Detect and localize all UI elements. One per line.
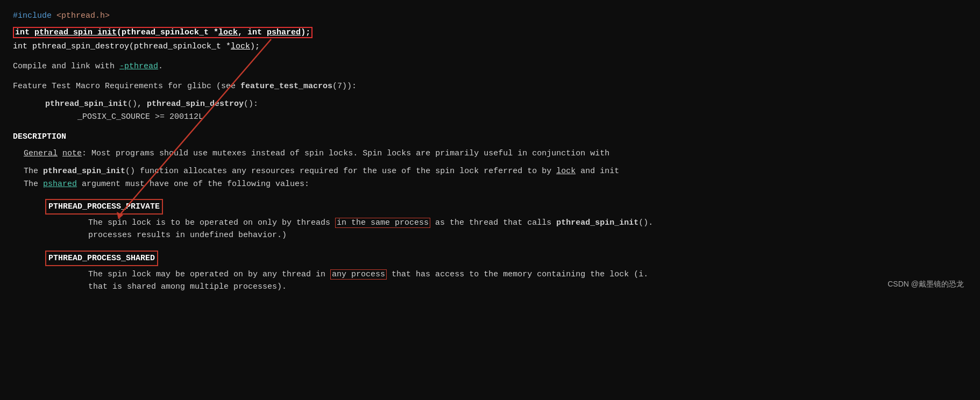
general-note-text: General note: Most programs should use m… xyxy=(24,149,609,158)
pshared-desc-line: The pshared argument must have one of th… xyxy=(13,178,967,190)
init-desc-text: The pthread_spin_init() function allocat… xyxy=(24,167,619,176)
fn-init-line: int pthread_spin_init(pthread_spinlock_t… xyxy=(13,26,967,39)
pshared-desc-text: The pshared argument must have one of th… xyxy=(24,180,309,189)
fn-names-line: pthread_spin_init(), pthread_spin_destro… xyxy=(13,98,967,110)
watermark: CSDN @戴墨镜的恐龙 xyxy=(887,278,964,290)
shared-desc1-text: The spin lock may be operated on by any … xyxy=(88,269,648,280)
private-desc2-text: processes results in undefined behavior.… xyxy=(88,231,287,240)
posix-source-text: _POSIX_C_SOURCE >= 200112L xyxy=(77,112,203,122)
fn-init-box: int pthread_spin_init(pthread_spinlock_t… xyxy=(13,27,313,38)
function-signatures: int pthread_spin_init(pthread_spinlock_t… xyxy=(13,26,967,53)
shared-constant: PTHREAD_PROCESS_SHARED xyxy=(45,251,158,266)
description-section: DESCRIPTION General note: Most programs … xyxy=(13,131,967,190)
fn-destroy-line: int pthread_spin_destroy(pthread_spinloc… xyxy=(13,40,967,53)
shared-desc1-line: The spin lock may be operated on by any … xyxy=(45,268,967,281)
fn-names-text: pthread_spin_init(), pthread_spin_destro… xyxy=(45,99,258,109)
include-text: #include <pthread.h> xyxy=(13,10,967,22)
private-constant-line: PTHREAD_PROCESS_PRIVATE xyxy=(45,198,967,216)
include-line: #include <pthread.h> xyxy=(13,10,967,22)
private-section: PTHREAD_PROCESS_PRIVATE The spin lock is… xyxy=(13,198,967,242)
description-label: DESCRIPTION xyxy=(13,132,66,141)
init-desc-line: The pthread_spin_init() function allocat… xyxy=(13,165,967,177)
shared-desc2-line: that is shared among multiple processes)… xyxy=(45,281,967,293)
page-wrapper: #include <pthread.h> int pthread_spin_in… xyxy=(13,10,967,293)
private-desc2-line: processes results in undefined behavior.… xyxy=(45,229,967,241)
description-label-line: DESCRIPTION xyxy=(13,131,967,143)
private-desc1-text: The spin lock is to be operated on only … xyxy=(88,218,653,228)
content-area: #include <pthread.h> int pthread_spin_in… xyxy=(13,10,967,293)
fn-init-text: int pthread_spin_init(pthread_spinlock_t… xyxy=(15,28,310,37)
private-desc1-line: The spin lock is to be operated on only … xyxy=(45,217,967,229)
shared-constant-line: PTHREAD_PROCESS_SHARED xyxy=(45,249,967,267)
shared-section: PTHREAD_PROCESS_SHARED The spin lock may… xyxy=(13,249,967,294)
any-process-highlight: any process xyxy=(330,269,387,280)
feature-test-section: Feature Test Macro Requirements for glib… xyxy=(13,80,967,123)
in-same-process-highlight: in the same process xyxy=(335,218,430,228)
feature-header-line: Feature Test Macro Requirements for glib… xyxy=(13,80,967,92)
posix-source-line: _POSIX_C_SOURCE >= 200112L xyxy=(13,111,967,123)
feature-header-text: Feature Test Macro Requirements for glib… xyxy=(13,82,357,91)
private-constant: PTHREAD_PROCESS_PRIVATE xyxy=(45,199,163,215)
compile-note: Compile and link with -pthread. xyxy=(13,60,967,73)
fn-destroy-text: int pthread_spin_destroy(pthread_spinloc… xyxy=(13,42,260,51)
general-note-line: General note: Most programs should use m… xyxy=(13,147,967,160)
compile-text: Compile and link with -pthread. xyxy=(13,62,163,71)
shared-desc2-text: that is shared among multiple processes)… xyxy=(88,282,287,291)
